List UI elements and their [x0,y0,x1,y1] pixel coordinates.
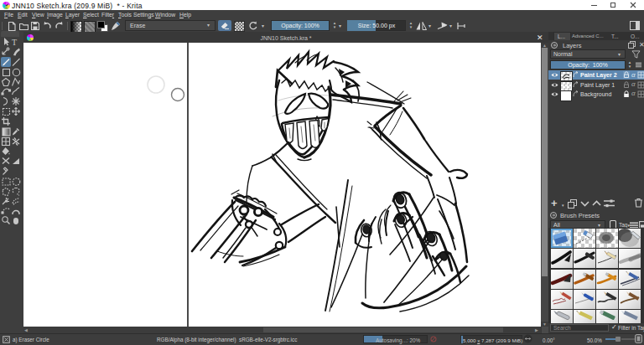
svg-text:T: T [12,38,17,47]
